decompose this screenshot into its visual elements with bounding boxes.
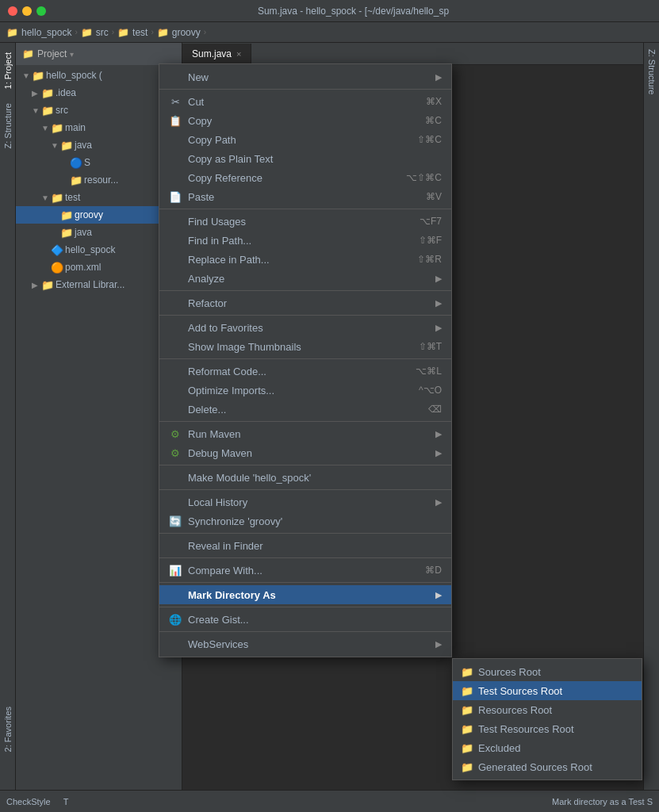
minimize-button[interactable] [22, 6, 32, 16]
menu-label: Cut [188, 96, 204, 108]
compare-icon: 📊 [169, 565, 182, 576]
submenu-item-resources-root[interactable]: 📁 Resources Root [453, 700, 642, 719]
close-button[interactable] [8, 6, 17, 16]
menu-item-copy-plain[interactable]: Copy as Plain Text [159, 149, 451, 168]
tree-item-groovy[interactable]: 📁 groovy [16, 206, 182, 224]
menu-item-find-usages[interactable]: Find Usages ⌥F7 [159, 212, 451, 231]
menu-item-refactor[interactable]: Refactor ▶ [159, 293, 451, 312]
tree-item-idea[interactable]: ▶ 📁 .idea [16, 84, 182, 102]
sidebar-tab-structure[interactable]: Z: Structure [2, 97, 14, 155]
breadcrumb-item-1[interactable]: hello_spock [21, 27, 71, 38]
cut-icon: ✂ [169, 96, 182, 108]
checkstyle-label[interactable]: CheckStyle [6, 797, 51, 806]
maximize-button[interactable] [36, 6, 46, 16]
submenu-arrow: ▶ [435, 323, 442, 333]
menu-item-compare[interactable]: 📊 Compare With... ⌘D [159, 561, 451, 580]
menu-item-copy-path[interactable]: Copy Path ⇧⌘C [159, 130, 451, 149]
tree-item-hello-spock-file[interactable]: 🔷 hello_spock [16, 241, 182, 259]
tree-item-java2[interactable]: 📁 java [16, 224, 182, 241]
submenu-arrow: ▶ [435, 590, 442, 600]
tree-item-s[interactable]: 🔵 S [16, 154, 182, 171]
menu-label: Optimize Imports... [188, 385, 274, 396]
menu-item-create-gist[interactable]: 🌐 Create Gist... [159, 610, 451, 629]
menu-item-local-history[interactable]: Local History ▶ [159, 492, 451, 511]
menu-label: Find in Path... [188, 235, 251, 247]
menu-item-optimize[interactable]: Optimize Imports... ^⌥O [159, 381, 451, 400]
resources-root-icon: 📁 [461, 704, 473, 716]
arrow-icon: ▼ [51, 141, 59, 150]
menu-item-reformat[interactable]: Reformat Code... ⌥⌘L [159, 362, 451, 381]
panel-dropdown-arrow[interactable]: ▾ [70, 50, 74, 59]
sidebar-tab-favorites[interactable]: 2: Favorites [2, 700, 14, 758]
menu-item-reveal-finder[interactable]: Reveal in Finder [159, 536, 451, 555]
submenu-item-sources-root[interactable]: 📁 Sources Root [453, 662, 642, 681]
menu-label: Copy Reference [188, 172, 262, 184]
folder-icon: 📁 [6, 27, 18, 38]
menu-item-cut[interactable]: ✂ Cut ⌘X [159, 92, 451, 111]
tree-item-external[interactable]: ▶ 📁 External Librar... [16, 276, 182, 293]
menu-item-run-maven[interactable]: ⚙ Run Maven ▶ [159, 424, 451, 443]
submenu-label: Test Sources Root [478, 685, 562, 697]
bottom-tab-t[interactable]: T [63, 797, 69, 806]
folder-icon: 📁 [60, 227, 73, 239]
tree-item-hello-spock[interactable]: ▼ 📁 hello_spock ( [16, 67, 182, 84]
menu-item-make-module[interactable]: Make Module 'hello_spock' [159, 468, 451, 487]
submenu-item-excluded[interactable]: 📁 Excluded [453, 738, 642, 757]
folder-icon: 📁 [70, 174, 82, 186]
menu-item-copy[interactable]: 📋 Copy ⌘C [159, 111, 451, 130]
class-icon: 🔵 [70, 157, 82, 169]
folder-icon-4: 📁 [157, 27, 169, 38]
submenu-item-test-resources-root[interactable]: 📁 Test Resources Root [453, 719, 642, 738]
menu-label: Local History [188, 496, 247, 508]
menu-item-webservices[interactable]: WebServices ▶ [159, 634, 451, 653]
folder-icon-3: 📁 [117, 27, 129, 38]
menu-label: Find Usages [188, 216, 246, 228]
submenu-item-generated-sources[interactable]: 📁 Generated Sources Root [453, 757, 642, 776]
menu-item-mark-dir[interactable]: Mark Directory As ▶ [159, 585, 451, 604]
tree-item-resources[interactable]: 📁 resour... [16, 171, 182, 189]
menu-item-replace-path[interactable]: Replace in Path... ⇧⌘R [159, 250, 451, 269]
breadcrumb-item-4[interactable]: groovy [172, 27, 201, 38]
file-icon: 🔷 [51, 244, 63, 256]
menu-item-paste[interactable]: 📄 Paste ⌘V [159, 187, 451, 206]
sidebar-tab-project[interactable]: 1: Project [2, 46, 14, 95]
menu-item-analyze[interactable]: Analyze ▶ [159, 269, 451, 288]
menu-label: Mark Directory As [188, 589, 276, 601]
arrow-icon: ▶ [32, 281, 40, 289]
tree-item-java[interactable]: ▼ 📁 java [16, 136, 182, 154]
menu-item-show-thumbnails[interactable]: Show Image Thumbnails ⇧⌘T [159, 337, 451, 356]
sidebar-tab-structure-right[interactable]: Z: Structure [646, 43, 658, 101]
breadcrumb-item-3[interactable]: test [132, 27, 148, 38]
folder-icon: 📁 [41, 87, 54, 99]
menu-separator [159, 315, 451, 316]
folder-icon: 📁 [32, 70, 44, 82]
menu-item-synchronize[interactable]: 🔄 Synchronize 'groovy' [159, 511, 451, 530]
gist-icon: 🌐 [169, 614, 182, 626]
tree-item-src[interactable]: ▼ 📁 src [16, 102, 182, 119]
menu-item-debug-maven[interactable]: ⚙ Debug Maven ▶ [159, 443, 451, 462]
menu-item-new[interactable]: New ▶ [159, 67, 451, 86]
menu-label: New [188, 71, 209, 83]
menu-label: Add to Favorites [188, 322, 263, 334]
submenu-item-test-sources-root[interactable]: 📁 Test Sources Root [453, 681, 642, 700]
submenu-arrow: ▶ [435, 639, 442, 649]
arrow-icon: ▼ [22, 71, 30, 80]
menu-item-copy-ref[interactable]: Copy Reference ⌥⇧⌘C [159, 168, 451, 187]
tree-label: test [65, 192, 80, 203]
panel-header: 📁 Project ▾ [16, 43, 182, 65]
breadcrumb-item-2[interactable]: src [96, 27, 109, 38]
folder-icon: 📁 [41, 105, 54, 117]
menu-shortcut: ⇧⌘R [417, 254, 442, 265]
menu-separator [159, 290, 451, 291]
menu-separator [159, 557, 451, 558]
menu-item-delete[interactable]: Delete... ⌫ [159, 400, 451, 419]
editor-tab-sum[interactable]: Sum.java × [182, 44, 251, 64]
submenu-arrow: ▶ [435, 72, 442, 82]
window-title: Sum.java - hello_spock - [~/dev/java/hel… [56, 6, 651, 17]
tab-close-button[interactable]: × [236, 49, 241, 59]
menu-item-add-favorites[interactable]: Add to Favorites ▶ [159, 318, 451, 337]
tree-item-pom[interactable]: 🟠 pom.xml [16, 259, 182, 276]
menu-item-find-path[interactable]: Find in Path... ⇧⌘F [159, 231, 451, 250]
tree-item-test[interactable]: ▼ 📁 test [16, 189, 182, 206]
tree-item-main[interactable]: ▼ 📁 main [16, 119, 182, 136]
